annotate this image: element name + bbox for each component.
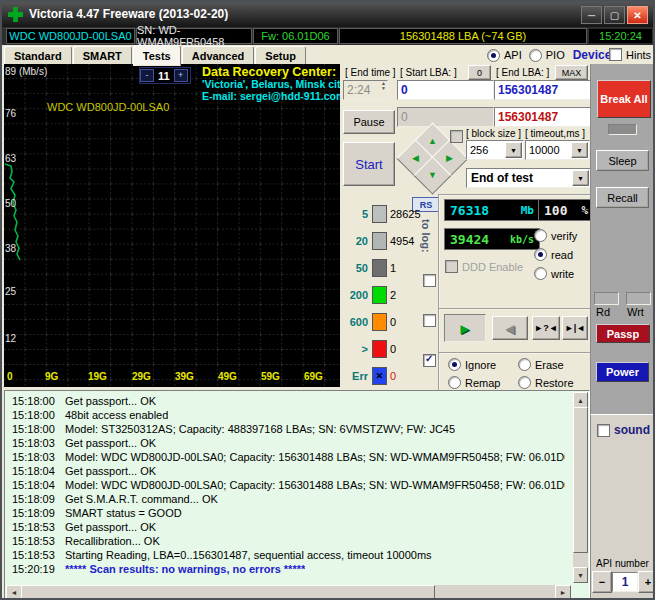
zero-lba-button[interactable]: 0	[468, 65, 491, 80]
err-x-icon: ✕	[372, 367, 387, 385]
play-icon: ►	[458, 321, 473, 336]
y-axis-label: 50	[5, 198, 16, 209]
write-radio[interactable]	[534, 267, 547, 280]
log-vscrollbar[interactable]: ▲ ▼	[573, 392, 588, 583]
remap-radio[interactable]	[448, 376, 461, 389]
sleep-button[interactable]: Sleep	[596, 150, 649, 171]
seek-step-icon: ►|◄	[565, 323, 585, 333]
minimize-icon: ─	[588, 10, 595, 21]
close-button[interactable]: ✕	[627, 6, 648, 24]
vscroll-thumb[interactable]	[573, 407, 588, 553]
scale-plus-button[interactable]: +	[174, 69, 188, 82]
to-log-checkbox-600[interactable]	[423, 354, 436, 367]
power-button[interactable]: Power	[596, 362, 649, 382]
api-plus-button[interactable]: +	[638, 571, 655, 593]
recall-button[interactable]: Recall	[596, 187, 649, 208]
drive-serial: SN: WD-WMAM9FR50458	[136, 28, 252, 44]
hints-toggle[interactable]: Hints	[609, 48, 651, 61]
speed-graph: 89 (Mb/s) 76 63 50 38 25 12 0 9G 19G 29G…	[4, 64, 341, 387]
tab-advanced[interactable]: Advanced	[182, 46, 255, 65]
pio-radio[interactable]	[529, 49, 542, 62]
banner-title: Data Recovery Center:	[202, 66, 341, 78]
tab-standard[interactable]: Standard	[4, 46, 72, 65]
passp-button[interactable]: Passp	[596, 324, 650, 343]
to-log-checkbox-50[interactable]	[423, 274, 436, 287]
start-button[interactable]: Start	[343, 142, 395, 186]
x-axis-label: 0	[7, 371, 13, 382]
nav-checkbox[interactable]	[450, 130, 463, 143]
api-number-value[interactable]: 1	[612, 572, 638, 592]
log-row: 15:18:53Recallibration... OK	[5, 535, 565, 549]
seek-step-button[interactable]: ►|◄	[562, 316, 588, 340]
chevron-down-icon[interactable]: ▼	[571, 142, 588, 158]
timeout-select[interactable]: 10000 ▼	[525, 140, 590, 160]
to-log-label: to log:	[420, 219, 432, 253]
x-axis-label: 19G	[88, 371, 107, 382]
end-time-field[interactable]: 2:24 ▲▼	[343, 80, 388, 100]
victoria-window: Victoria 4.47 Freeware (2013-02-20) ─ ▢ …	[0, 0, 655, 600]
ignore-radio[interactable]	[448, 358, 461, 371]
api-minus-button[interactable]: −	[592, 571, 612, 593]
api-radio[interactable]	[487, 49, 500, 62]
right-action-panel: Break All Sleep Recall Rd Wrt Passp Powe…	[590, 64, 655, 414]
sound-toggle[interactable]: sound	[597, 423, 650, 437]
block-size-select[interactable]: 256 ▼	[466, 140, 524, 160]
scan-forward-button[interactable]: ►	[444, 314, 486, 342]
chevron-down-icon[interactable]: ▼	[505, 142, 522, 158]
write-led	[626, 292, 651, 305]
y-axis-label: 76	[5, 108, 16, 119]
scan-back-button[interactable]: ◄	[492, 316, 528, 340]
defect-remap[interactable]: Remap	[448, 376, 500, 389]
defect-restore[interactable]: Restore	[518, 376, 574, 389]
scroll-right-icon[interactable]: ►	[555, 585, 571, 600]
back-icon: ◄	[503, 321, 518, 336]
scroll-up-icon[interactable]: ▲	[573, 392, 588, 408]
defect-erase[interactable]: Erase	[518, 358, 564, 371]
verify-radio[interactable]	[534, 229, 547, 242]
maximize-button[interactable]: ▢	[604, 6, 625, 24]
pause-button[interactable]: Pause	[343, 110, 395, 134]
hints-checkbox[interactable]	[609, 48, 622, 61]
mode-read[interactable]: read	[534, 248, 573, 261]
x-axis-label: 69G	[304, 371, 323, 382]
end-lba-input[interactable]: 156301487	[494, 80, 591, 100]
scale-minus-button[interactable]: -	[140, 69, 154, 82]
rd-label: Rd	[596, 306, 610, 318]
start-lba-input[interactable]: 0	[397, 80, 494, 100]
max-lba-button[interactable]: MAX	[555, 65, 588, 80]
hist-block	[372, 232, 387, 250]
banner: Data Recovery Center: 'Victoria', Belaru…	[202, 66, 341, 102]
api-number-stepper: − 1 +	[592, 571, 655, 593]
chevron-down-icon[interactable]: ▼	[572, 170, 589, 186]
scroll-left-icon[interactable]: ◄	[6, 585, 22, 600]
mode-write[interactable]: write	[534, 267, 574, 280]
hist-label: Err	[340, 370, 368, 382]
title-bar: Victoria 4.47 Freeware (2013-02-20) ─ ▢ …	[2, 2, 653, 27]
break-all-button[interactable]: Break All	[597, 80, 651, 118]
current-lba-field: 156301487	[494, 107, 591, 127]
minimize-button[interactable]: ─	[581, 6, 602, 24]
tab-tests[interactable]: Tests	[133, 45, 181, 66]
hist-block	[372, 313, 387, 331]
mode-verify[interactable]: verify	[534, 229, 577, 242]
log-hscrollbar[interactable]: ◄ ►	[6, 585, 571, 600]
hscroll-thumb[interactable]	[21, 585, 435, 600]
seek-question-button[interactable]: ►?◄	[532, 316, 560, 340]
tab-setup[interactable]: Setup	[255, 46, 306, 65]
restore-radio[interactable]	[518, 376, 531, 389]
defect-ignore[interactable]: Ignore	[448, 358, 496, 371]
end-action-select[interactable]: End of test ▼	[466, 168, 591, 188]
sound-checkbox[interactable]	[597, 424, 610, 437]
scroll-down-icon[interactable]: ▼	[573, 567, 588, 583]
hist-block	[372, 259, 387, 277]
spin-up-icon[interactable]: ▲▼	[381, 81, 386, 91]
erase-radio[interactable]	[518, 358, 531, 371]
read-radio[interactable]	[534, 248, 547, 261]
log-row: 15:18:03Model: WDC WD800JD-00LSA0; Capac…	[5, 451, 565, 465]
scale-value: 11	[154, 70, 174, 82]
log-row: 15:18:0048bit access enabled	[5, 409, 565, 423]
tab-smart[interactable]: SMART	[73, 46, 132, 65]
read-led	[594, 292, 619, 305]
hist-count: 0	[390, 343, 396, 355]
to-log-checkbox-200[interactable]	[423, 314, 436, 327]
